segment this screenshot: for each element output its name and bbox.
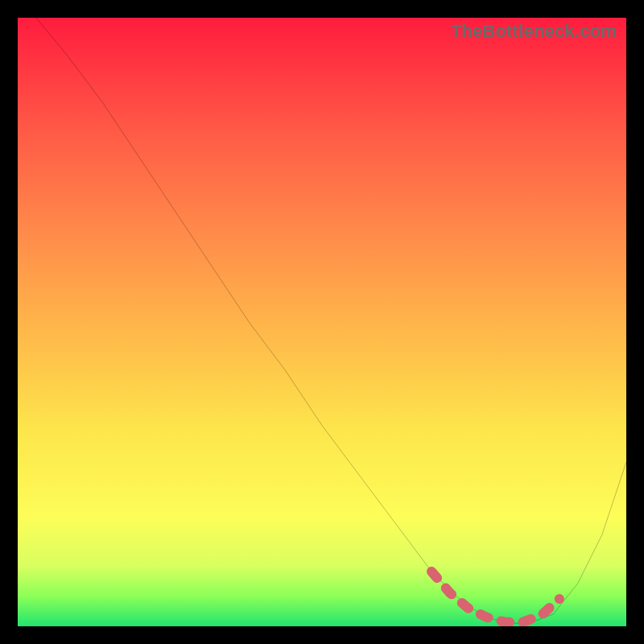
chart-stage: TheBottleneck.com bbox=[0, 0, 644, 644]
series-curve bbox=[36, 18, 626, 623]
highlight-curve bbox=[431, 572, 559, 622]
plot-area: TheBottleneck.com bbox=[18, 18, 626, 626]
series-highlight bbox=[431, 572, 559, 622]
curve-overlay bbox=[18, 18, 626, 626]
main-curve bbox=[36, 18, 626, 623]
